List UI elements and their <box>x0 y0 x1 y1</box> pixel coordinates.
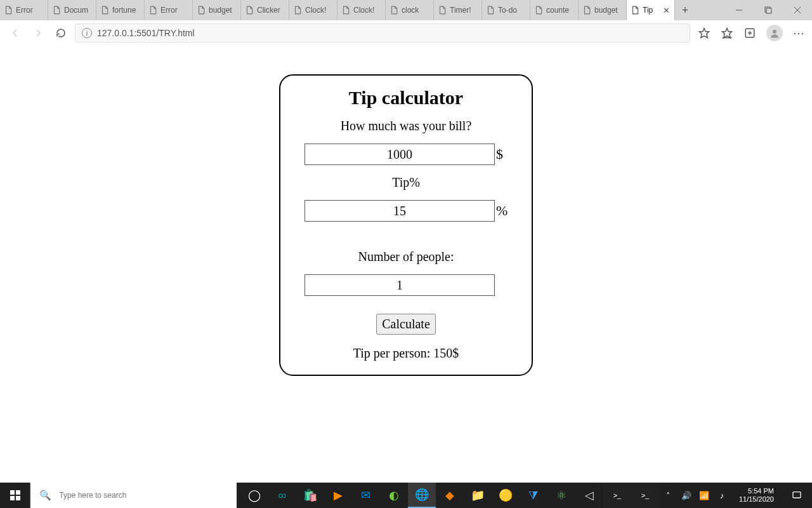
tab-label: Error <box>16 6 44 15</box>
task-icons: ◯ ∞ 🛍️ ▶ ✉ ◐ 🌐 ◆ 📁 🟡 ⧩ ⚛ ◁ >_ >_ <box>240 483 659 508</box>
file-icon <box>534 6 543 15</box>
file-icon <box>148 6 157 15</box>
addrbar-right: ⋯ <box>698 25 806 41</box>
tab-label: budget <box>594 6 622 15</box>
calculate-button[interactable]: Calculate <box>376 314 436 335</box>
url-text: 127.0.0.1:5501/TRY.html <box>97 28 195 38</box>
system-tray: ˄ 🔊 📶 ♪ 5:54 PM 11/15/2020 <box>659 483 812 508</box>
explorer-icon[interactable]: 📁 <box>464 483 492 508</box>
start-button[interactable] <box>0 483 30 508</box>
people-input-line <box>297 274 515 296</box>
svg-rect-12 <box>793 492 801 498</box>
tab-6[interactable]: Clock! <box>289 0 337 20</box>
sound-icon[interactable]: 🔊 <box>681 491 692 500</box>
tab-label: Clicker <box>257 6 285 15</box>
arduino-icon[interactable]: ∞ <box>268 483 296 508</box>
tab-label: clock <box>402 6 429 15</box>
file-icon <box>197 6 206 15</box>
percent-unit: % <box>496 203 508 219</box>
svg-marker-5 <box>700 28 709 37</box>
tip-input[interactable] <box>304 200 495 222</box>
tab-7[interactable]: Clock! <box>337 0 386 20</box>
file-icon <box>341 6 350 15</box>
search-icon: 🔍 <box>39 490 51 501</box>
tray-chevron-icon[interactable]: ˄ <box>663 491 674 500</box>
cortana-icon[interactable]: ◯ <box>240 483 268 508</box>
tab-10[interactable]: To-do <box>482 0 530 20</box>
vscode-icon[interactable]: ⧩ <box>520 483 547 508</box>
svg-marker-6 <box>723 28 732 37</box>
tip-calculator-card: Tip calculator How much was your bill? $… <box>279 74 533 376</box>
close-tab-icon[interactable]: ✕ <box>662 6 671 15</box>
tab-0[interactable]: Error <box>0 0 48 20</box>
card-title: Tip calculator <box>297 87 515 109</box>
tab-2[interactable]: fortune <box>96 0 145 20</box>
tab-label: fortune <box>112 6 140 15</box>
back-button[interactable] <box>6 24 24 42</box>
address-bar: i 127.0.0.1:5501/TRY.html ⋯ <box>0 20 812 45</box>
tab-label: counte <box>546 6 574 15</box>
windows-icon <box>10 490 20 500</box>
collections-icon[interactable] <box>743 27 756 39</box>
svg-point-11 <box>773 29 776 33</box>
url-field[interactable]: i 127.0.0.1:5501/TRY.html <box>75 23 690 43</box>
tab-5[interactable]: Clicker <box>241 0 289 20</box>
tab-1[interactable]: Docum <box>48 0 96 20</box>
profile-avatar[interactable] <box>766 25 783 41</box>
maximize-button[interactable] <box>754 0 783 20</box>
new-tab-button[interactable]: + <box>675 0 695 20</box>
bill-input-line: $ <box>297 144 515 165</box>
chrome-icon[interactable]: 🟡 <box>492 483 520 508</box>
refresh-button[interactable] <box>52 24 70 42</box>
tab-label: Clock! <box>353 6 381 15</box>
tab-4[interactable]: budget <box>193 0 241 20</box>
tab-label: Docum <box>64 6 92 15</box>
app-icon-green[interactable]: ◐ <box>380 483 408 508</box>
wifi-icon[interactable]: 📶 <box>698 491 710 500</box>
tab-8[interactable]: clock <box>386 0 434 20</box>
file-icon <box>631 6 639 15</box>
file-icon <box>582 6 591 15</box>
tab-12[interactable]: budget <box>579 0 627 20</box>
close-window-button[interactable] <box>783 0 812 20</box>
tab-3[interactable]: Error <box>145 0 193 20</box>
minimize-button[interactable] <box>724 0 754 20</box>
store-icon[interactable]: 🛍️ <box>296 483 324 508</box>
tab-11[interactable]: counte <box>530 0 579 20</box>
clock-date: 11/15/2020 <box>739 495 774 504</box>
file-icon <box>245 6 254 15</box>
favorites-icon[interactable] <box>721 27 733 39</box>
tab-label: Error <box>160 6 188 15</box>
tab-13-active[interactable]: Tip ✕ <box>627 0 675 20</box>
forward-button[interactable] <box>29 24 47 42</box>
bill-input[interactable] <box>304 144 495 165</box>
result-text: Tip per person: 150$ <box>297 346 515 361</box>
more-menu-icon[interactable]: ⋯ <box>793 27 806 39</box>
spacer <box>297 227 515 239</box>
mail-icon[interactable]: ✉ <box>352 483 380 508</box>
blender-icon[interactable]: ◆ <box>436 483 464 508</box>
file-icon <box>486 6 495 15</box>
terminal-icon-1[interactable]: >_ <box>603 483 631 508</box>
favorite-star-icon[interactable] <box>698 27 710 39</box>
tab-label: Tip <box>643 6 658 15</box>
tab-label: Timer! <box>450 6 478 15</box>
media-player-icon[interactable]: ▶ <box>324 483 352 508</box>
atom-icon[interactable]: ⚛ <box>547 483 575 508</box>
edge-icon[interactable]: 🌐 <box>408 483 436 508</box>
tab-label: To-do <box>498 6 526 15</box>
notifications-icon[interactable] <box>785 483 808 508</box>
file-icon <box>4 6 13 15</box>
unity-icon[interactable]: ◁ <box>575 483 603 508</box>
file-icon <box>293 6 302 15</box>
dollar-unit: $ <box>496 146 508 163</box>
people-input[interactable] <box>304 274 495 296</box>
file-icon <box>100 6 109 15</box>
bill-label: How much was your bill? <box>297 119 515 133</box>
terminal-icon-2[interactable]: >_ <box>631 483 659 508</box>
tab-9[interactable]: Timer! <box>434 0 482 20</box>
input-icon[interactable]: ♪ <box>716 491 728 500</box>
taskbar-search[interactable]: 🔍 Type here to search <box>30 483 237 508</box>
taskbar-clock[interactable]: 5:54 PM 11/15/2020 <box>734 487 779 504</box>
site-info-icon[interactable]: i <box>82 28 92 38</box>
